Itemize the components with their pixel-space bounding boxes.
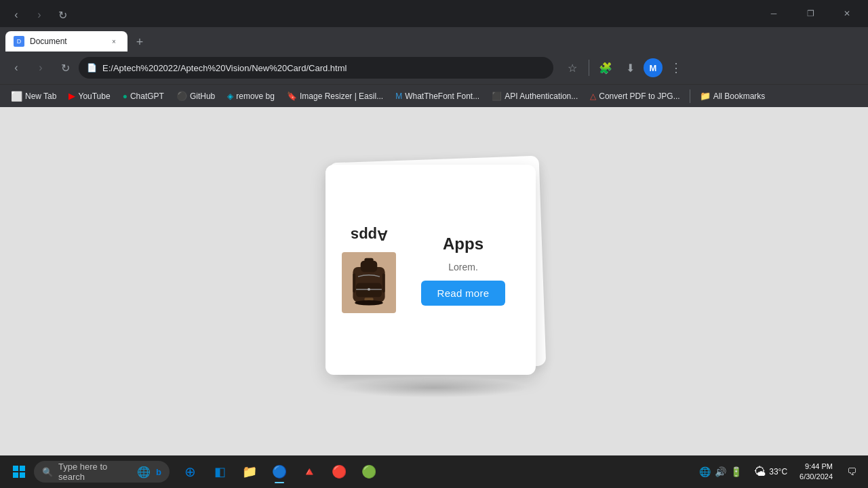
clock-time: 9:44 PM: [805, 462, 833, 472]
vlc-icon: 🔺: [302, 464, 317, 479]
backpack-svg: [345, 254, 393, 312]
menu-icon[interactable]: ⋮: [665, 57, 687, 79]
card-left: Apps: [342, 226, 396, 313]
back-button[interactable]: ‹: [5, 4, 27, 26]
removebg-icon: ◈: [227, 92, 233, 101]
bookmark-label: New Tab: [25, 92, 56, 101]
app2-icon: 🟢: [361, 464, 376, 479]
active-tab[interactable]: D Document ×: [5, 31, 127, 52]
svg-rect-6: [382, 273, 385, 292]
bookmark-label: ChatGPT: [130, 92, 164, 101]
taskbar-vlc[interactable]: 🔺: [296, 458, 323, 485]
url-text: E:/Aptech%202022/Aptech%20Vision/New%20C…: [102, 63, 347, 73]
tab-favicon: D: [14, 36, 24, 47]
svg-rect-5: [353, 273, 355, 292]
new-tab-button[interactable]: +: [130, 33, 149, 52]
taskbar-app7[interactable]: 🟢: [355, 458, 382, 485]
taskbar-app6[interactable]: 🔴: [326, 458, 353, 485]
nav-controls: ‹ › ↻: [5, 4, 73, 26]
edge-icon: ⊕: [184, 464, 196, 480]
bookmark-chatgpt[interactable]: ● ChatGPT: [117, 89, 170, 104]
taskbar: 🔍 Type here to search 🌐 b ⊕ ◧ 📁 🔵 🔺 🔴 🟢: [0, 455, 868, 488]
maximize-button[interactable]: ❐: [795, 0, 826, 27]
toolbar: ‹ › ↻ 📄 E:/Aptech%202022/Aptech%20Vision…: [0, 52, 868, 84]
taskbar-vscode[interactable]: ◧: [206, 458, 233, 485]
taskbar-search[interactable]: 🔍 Type here to search 🌐 b: [34, 461, 170, 483]
search-placeholder: Type here to search: [58, 462, 129, 482]
battery-icon[interactable]: 🔋: [730, 466, 742, 477]
profile-button[interactable]: M: [644, 58, 663, 77]
bookmark-icon[interactable]: ☆: [561, 57, 583, 79]
svg-rect-11: [20, 466, 25, 471]
start-button[interactable]: [5, 458, 33, 485]
bookmark-label: API Authentication...: [505, 92, 578, 101]
taskbar-edge[interactable]: ⊕: [176, 458, 203, 485]
read-more-button[interactable]: Read more: [421, 281, 506, 306]
network-icon[interactable]: 🌐: [699, 466, 711, 477]
temperature: 33°C: [769, 467, 787, 476]
app-icon: 🔴: [332, 464, 347, 479]
folder-icon: 📁: [700, 91, 711, 101]
card-description: Lorem.: [448, 262, 478, 272]
bookmark-new-tab[interactable]: ⬜ New Tab: [5, 88, 62, 104]
card-title: Apps: [443, 235, 484, 253]
volume-icon[interactable]: 🔊: [715, 466, 726, 477]
refresh-button[interactable]: ↻: [52, 4, 73, 26]
vscode-icon: ◧: [214, 464, 226, 479]
svg-rect-10: [13, 466, 18, 471]
tab-close-button[interactable]: ×: [108, 36, 119, 47]
card-image: [342, 252, 396, 313]
refresh-nav-button[interactable]: ↻: [54, 57, 76, 79]
github-icon: ⚫: [176, 91, 187, 101]
weather-icon: 🌤: [754, 465, 766, 479]
card-flipped-text: Apps: [351, 226, 388, 244]
svg-point-4: [368, 288, 370, 291]
title-bar: ‹ › ↻ ─ ❐ ✕: [0, 0, 868, 27]
card-right: Apps Lorem. Read more: [407, 235, 519, 306]
forward-nav-button[interactable]: ›: [30, 57, 52, 79]
taskbar-clock[interactable]: 9:44 PM 6/30/2024: [794, 462, 838, 483]
system-icons: 🌐 🔊 🔋: [694, 466, 747, 477]
notification-button[interactable]: 🗨: [841, 461, 863, 483]
youtube-icon: ▶: [68, 91, 75, 101]
tab-title: Document: [30, 37, 103, 46]
search-cortana-icon: 🌐: [137, 466, 151, 479]
svg-rect-1: [361, 260, 378, 272]
download-icon[interactable]: ⬇: [619, 57, 641, 79]
file-explorer-icon: 📁: [242, 464, 257, 479]
bookmark-whatthefont[interactable]: M WhatTheFont Font...: [390, 89, 485, 104]
forward-button[interactable]: ›: [28, 4, 50, 26]
bookmark-removebg[interactable]: ◈ remove bg: [222, 89, 280, 104]
bookmark-api-auth[interactable]: ⬛ API Authentication...: [486, 89, 583, 104]
back-nav-button[interactable]: ‹: [5, 57, 27, 79]
svg-rect-12: [13, 472, 18, 478]
weather-badge[interactable]: 🌤 33°C: [750, 465, 791, 479]
bookmark-label: WhatTheFont Font...: [405, 92, 479, 101]
svg-rect-13: [20, 472, 25, 478]
toolbar-divider: [589, 60, 589, 76]
close-button[interactable]: ✕: [831, 0, 863, 27]
bookmark-github[interactable]: ⚫ GitHub: [171, 88, 220, 104]
svg-point-9: [355, 300, 383, 306]
bookmark-all[interactable]: 📁 All Bookmarks: [694, 88, 771, 104]
taskbar-right: 🌐 🔊 🔋 🌤 33°C 9:44 PM 6/30/2024 🗨: [694, 461, 863, 483]
bookmarks-divider: [690, 89, 690, 103]
new-tab-icon: ⬜: [11, 91, 22, 102]
bookmark-label: Image Resizer | Easil...: [300, 92, 383, 101]
windows-logo-icon: [12, 465, 26, 479]
extensions-icon[interactable]: 🧩: [595, 57, 616, 79]
taskbar-explorer[interactable]: 📁: [236, 458, 263, 485]
search-icon: 🔍: [42, 467, 53, 477]
tab-bar: ‹ › ↻: [5, 1, 758, 26]
bookmark-convert-pdf[interactable]: △ Convert PDF to JPG...: [585, 89, 685, 104]
window-controls: ─ ❐ ✕: [758, 0, 863, 27]
bookmark-youtube[interactable]: ▶ YouTube: [63, 88, 115, 104]
address-bar[interactable]: 📄 E:/Aptech%202022/Aptech%20Vision/New%2…: [79, 57, 553, 79]
minimize-button[interactable]: ─: [758, 0, 789, 27]
bookmark-image-resizer[interactable]: 🔖 Image Resizer | Easil...: [281, 89, 389, 104]
taskbar-chrome[interactable]: 🔵: [266, 458, 293, 485]
toolbar-right: ☆ 🧩 ⬇ M ⋮: [561, 57, 687, 79]
svg-rect-7: [364, 258, 373, 262]
secure-icon: 📄: [87, 63, 97, 73]
chatgpt-icon: ●: [123, 92, 127, 101]
